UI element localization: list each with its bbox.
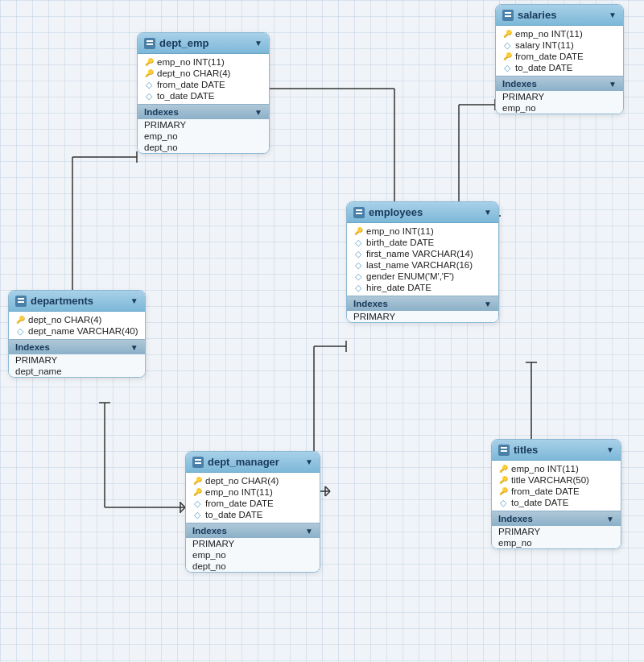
diamond-icon <box>192 510 202 519</box>
chevron-departments: ▼ <box>130 296 138 305</box>
field-row: emp_no INT(11) <box>496 28 623 39</box>
chevron-indexes: ▼ <box>484 300 492 308</box>
indexes-label: Indexes <box>498 514 533 523</box>
table-header-titles[interactable]: titles ▼ <box>492 440 621 461</box>
field-text: emp_no INT(11) <box>205 487 273 497</box>
table-title-titles: titles <box>514 444 602 456</box>
table-header-dept-emp[interactable]: dept_emp ▼ <box>138 33 269 54</box>
indexes-label: Indexes <box>502 79 537 89</box>
index-row: dept_name <box>9 366 145 377</box>
field-text: emp_no INT(11) <box>511 464 579 474</box>
field-text: emp_no INT(11) <box>515 29 583 39</box>
field-text: from_date DATE <box>511 486 580 496</box>
table-dept-emp: dept_emp ▼ emp_no INT(11) dept_no CHAR(4… <box>137 32 270 154</box>
field-row: 🔑 emp_no INT(11) <box>347 225 498 237</box>
field-text: dept_no CHAR(4) <box>28 315 101 325</box>
indexes-label: Indexes <box>15 342 50 352</box>
indexes-label: Indexes <box>353 299 388 308</box>
diamond-icon <box>353 249 363 259</box>
field-text: to_date DATE <box>511 498 568 507</box>
table-header-dept-manager[interactable]: dept_manager ▼ <box>186 452 320 473</box>
field-row: 🔑 from_date DATE <box>492 486 621 497</box>
chevron-dept-emp: ▼ <box>254 39 262 48</box>
indexes-header-titles[interactable]: Indexes ▼ <box>492 511 621 526</box>
field-row: to_date DATE <box>186 509 320 520</box>
field-row: emp_no INT(11) <box>186 486 320 498</box>
table-icon-titles <box>498 445 510 456</box>
index-row: PRIMARY <box>496 91 623 102</box>
table-dept-manager: dept_manager ▼ dept_no CHAR(4) emp_no IN… <box>185 451 320 573</box>
fields-dept-manager: dept_no CHAR(4) emp_no INT(11) from_date… <box>186 473 320 523</box>
index-row: emp_no <box>492 537 621 548</box>
index-row: dept_no <box>138 142 269 153</box>
field-row: 🔑 title VARCHAR(50) <box>492 474 621 486</box>
field-row: to_date DATE <box>492 497 621 508</box>
diamond-icon <box>502 40 512 50</box>
table-header-departments[interactable]: departments ▼ <box>9 291 145 312</box>
chevron-salaries: ▼ <box>609 10 617 19</box>
svg-line-31 <box>325 491 330 496</box>
table-header-salaries[interactable]: salaries ▼ <box>496 5 623 26</box>
key-icon <box>502 29 512 39</box>
chevron-indexes: ▼ <box>130 343 138 352</box>
field-row: gender ENUM('M','F') <box>347 271 498 282</box>
index-row: emp_no <box>138 130 269 142</box>
table-icon-dept-manager <box>192 457 204 468</box>
field-row: last_name VARCHAR(16) <box>347 259 498 271</box>
field-text: birth_date DATE <box>366 238 434 247</box>
indexes-header-departments[interactable]: Indexes ▼ <box>9 339 145 354</box>
field-text: emp_no INT(11) <box>366 226 434 236</box>
table-titles: titles ▼ emp_no INT(11) 🔑 title VARCHAR(… <box>491 439 621 549</box>
diamond-icon <box>15 326 25 336</box>
indexes-header-dept-manager[interactable]: Indexes ▼ <box>186 523 320 538</box>
table-employees: employees ▼ 🔑 emp_no INT(11) birth_date … <box>346 201 499 323</box>
field-text: from_date DATE <box>157 80 225 89</box>
field-row: dept_no CHAR(4) <box>138 68 269 79</box>
key-yellow-icon: 🔑 <box>498 486 508 496</box>
diamond-icon <box>502 63 512 72</box>
chevron-indexes: ▼ <box>305 527 313 536</box>
table-salaries: salaries ▼ emp_no INT(11) salary INT(11)… <box>495 4 624 114</box>
index-row: PRIMARY <box>9 354 145 366</box>
table-title-employees: employees <box>369 206 480 218</box>
field-text: to_date DATE <box>157 91 214 101</box>
field-row: to_date DATE <box>138 90 269 101</box>
index-row: PRIMARY <box>138 119 269 130</box>
field-row: emp_no INT(11) <box>492 463 621 474</box>
table-header-employees[interactable]: employees ▼ <box>347 202 498 223</box>
index-row: emp_no <box>186 549 320 561</box>
key-icon <box>192 476 202 486</box>
field-text: first_name VARCHAR(14) <box>366 249 473 259</box>
field-row: salary INT(11) <box>496 39 623 51</box>
svg-line-30 <box>325 486 330 491</box>
indexes-label: Indexes <box>144 107 179 117</box>
indexes-label: Indexes <box>192 526 227 536</box>
key-yellow-icon: 🔑 <box>498 475 508 485</box>
field-row: 🔑 from_date DATE <box>496 51 623 62</box>
diamond-icon <box>192 499 202 508</box>
field-row: from_date DATE <box>186 498 320 509</box>
field-text: to_date DATE <box>205 510 262 519</box>
key-yellow-icon: 🔑 <box>502 52 512 61</box>
indexes-header-dept-emp[interactable]: Indexes ▼ <box>138 104 269 119</box>
field-row: from_date DATE <box>138 79 269 90</box>
table-title-dept-manager: dept_manager <box>208 456 301 468</box>
chevron-titles: ▼ <box>606 445 614 454</box>
diamond-icon <box>353 271 363 281</box>
field-row: dept_no CHAR(4) <box>186 475 320 486</box>
field-text: title VARCHAR(50) <box>511 475 589 485</box>
table-icon-employees <box>353 207 365 218</box>
index-row: PRIMARY <box>347 311 498 322</box>
diamond-icon <box>144 80 154 89</box>
chevron-indexes: ▼ <box>609 80 617 89</box>
field-text: dept_no CHAR(4) <box>205 476 279 486</box>
index-row: dept_no <box>186 561 320 572</box>
table-icon-departments <box>15 296 27 307</box>
chevron-dept-manager: ▼ <box>305 457 313 466</box>
indexes-header-employees[interactable]: Indexes ▼ <box>347 296 498 311</box>
indexes-header-salaries[interactable]: Indexes ▼ <box>496 76 623 91</box>
field-row: birth_date DATE <box>347 237 498 248</box>
diamond-icon <box>498 498 508 507</box>
diamond-icon <box>353 238 363 247</box>
table-departments: departments ▼ 🔑 dept_no CHAR(4) dept_nam… <box>8 290 146 378</box>
